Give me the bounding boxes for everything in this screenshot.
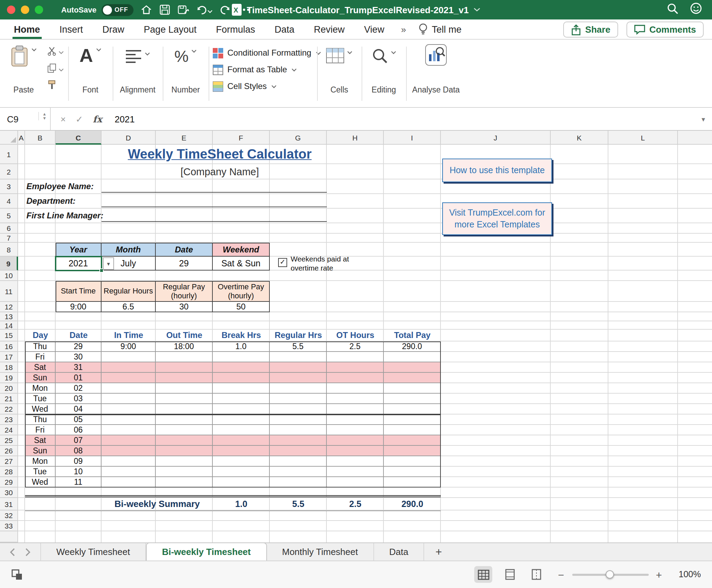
zoom-out-button[interactable]: − — [558, 569, 564, 581]
select-all-corner[interactable] — [0, 131, 18, 145]
row-header-9[interactable]: 9 — [0, 257, 18, 271]
column-header-K[interactable]: K — [551, 131, 608, 145]
zoom-in-button[interactable]: + — [656, 569, 662, 581]
timesheet-cell[interactable] — [156, 435, 213, 446]
save-as-icon[interactable] — [178, 2, 189, 17]
sheet-tab-data[interactable]: Data — [374, 543, 424, 561]
timesheet-cell[interactable]: 02 — [56, 383, 102, 394]
row-header-33[interactable]: 33 — [0, 521, 18, 531]
timesheet-cell[interactable] — [213, 383, 270, 394]
timesheet-cell[interactable] — [384, 404, 441, 414]
autosave-toggle[interactable]: OFF — [102, 4, 134, 16]
timesheet-cell[interactable] — [327, 414, 384, 425]
timesheet-cell[interactable] — [384, 456, 441, 467]
row-header-17[interactable]: 17 — [0, 352, 18, 362]
zoom-slider-thumb[interactable] — [606, 570, 614, 579]
pay-value-0[interactable]: 9:00 — [56, 302, 102, 312]
column-header-C[interactable]: C — [56, 131, 102, 145]
timesheet-cell[interactable] — [102, 352, 156, 362]
timesheet-cell[interactable] — [384, 373, 441, 383]
timesheet-cell[interactable] — [327, 467, 384, 477]
close-window-button[interactable] — [7, 6, 15, 14]
column-header-D[interactable]: D — [102, 131, 156, 145]
timesheet-cell[interactable] — [270, 477, 327, 488]
column-header-H[interactable]: H — [327, 131, 384, 145]
timesheet-cell[interactable] — [270, 414, 327, 425]
sheet-tab-monthly-timesheet[interactable]: Monthly Timesheet — [267, 543, 374, 561]
row-header-27[interactable]: 27 — [0, 456, 18, 467]
timesheet-cell[interactable] — [213, 477, 270, 488]
settings-value-3[interactable]: Sat & Sun — [213, 257, 270, 271]
row-header-15[interactable]: 15 — [0, 330, 18, 341]
timesheet-cell[interactable] — [384, 477, 441, 488]
settings-header-Date[interactable]: Date — [156, 243, 213, 257]
timesheet-header-date[interactable]: Date — [56, 330, 102, 341]
timesheet-cell[interactable] — [102, 362, 156, 373]
cut-button[interactable] — [47, 47, 64, 56]
settings-header-Year[interactable]: Year — [56, 243, 102, 257]
timesheet-cell[interactable] — [327, 383, 384, 394]
paste-button[interactable] — [6, 45, 42, 67]
timesheet-cell[interactable] — [384, 362, 441, 373]
timesheet-cell[interactable]: 01 — [56, 373, 102, 383]
pay-header-2[interactable]: Regular Pay (hourly) — [156, 281, 213, 302]
row-header-6[interactable]: 6 — [0, 223, 18, 234]
timesheet-cell[interactable] — [384, 446, 441, 456]
timesheet-cell[interactable]: 18:00 — [156, 341, 213, 352]
tab-page-layout[interactable]: Page Layout — [143, 19, 198, 39]
timesheet-cell[interactable] — [384, 383, 441, 394]
timesheet-header-in-time[interactable]: In Time — [102, 330, 156, 341]
column-header-E[interactable]: E — [156, 131, 213, 145]
insert-function-icon[interactable]: fx — [93, 114, 102, 124]
timesheet-cell[interactable] — [270, 373, 327, 383]
ribbon-overflow-chevron[interactable]: » — [401, 19, 406, 39]
timesheet-cell[interactable] — [213, 373, 270, 383]
timesheet-cell[interactable] — [327, 404, 384, 414]
timesheet-cell[interactable] — [327, 425, 384, 435]
row-header-21[interactable]: 21 — [0, 394, 18, 404]
worksheet-grid[interactable]: ABCDEFGHIJKL1234567891011121314151617181… — [0, 131, 712, 542]
row-header-31[interactable]: 31 — [0, 498, 18, 510]
timesheet-cell[interactable] — [213, 467, 270, 477]
tab-insert[interactable]: Insert — [58, 19, 84, 39]
column-header-J[interactable]: J — [441, 131, 551, 145]
conditional-formatting-button[interactable]: Conditional Formatting — [213, 47, 321, 59]
timesheet-cell[interactable]: 1.0 — [213, 341, 270, 352]
timesheet-cell[interactable]: Mon — [25, 456, 56, 467]
pay-value-2[interactable]: 30 — [156, 302, 213, 312]
timesheet-cell[interactable] — [156, 383, 213, 394]
timesheet-cell[interactable] — [270, 352, 327, 362]
timesheet-cell[interactable] — [213, 456, 270, 467]
row-header-partial[interactable] — [0, 531, 18, 542]
timesheet-cell[interactable]: 29 — [56, 341, 102, 352]
redo-icon[interactable] — [220, 2, 231, 17]
row-header-30[interactable]: 30 — [0, 488, 18, 498]
pay-header-3[interactable]: Overtime Pay (hourly) — [213, 281, 270, 302]
timesheet-cell[interactable] — [156, 362, 213, 373]
feedback-smiley-icon[interactable] — [690, 2, 702, 17]
timesheet-cell[interactable] — [327, 435, 384, 446]
timesheet-header-regular-hrs[interactable]: Regular Hrs — [270, 330, 327, 341]
timesheet-cell[interactable]: Wed — [25, 404, 56, 414]
timesheet-cell[interactable]: 06 — [56, 425, 102, 435]
year-dropdown-button[interactable]: ▼ — [103, 257, 114, 270]
row-header-8[interactable]: 8 — [0, 243, 18, 257]
trumpexcel-link-button[interactable]: Visit TrumpExcel.com for more Excel Temp… — [442, 202, 552, 235]
format-painter-button[interactable] — [47, 80, 56, 90]
overlapping-squares-icon[interactable] — [11, 569, 23, 581]
timesheet-header-ot-hours[interactable]: OT Hours — [327, 330, 384, 341]
document-title[interactable]: X TimeSheet-Calculator_TrumpExcelRevised… — [232, 3, 480, 16]
timesheet-cell[interactable]: Tue — [25, 394, 56, 404]
row-header-14[interactable]: 14 — [0, 321, 18, 330]
settings-header-Weekend[interactable]: Weekend — [213, 243, 270, 257]
timesheet-cell[interactable] — [213, 352, 270, 362]
timesheet-cell[interactable] — [270, 383, 327, 394]
timesheet-cell[interactable] — [102, 373, 156, 383]
timesheet-cell[interactable] — [102, 414, 156, 425]
formula-input[interactable]: 2021 — [115, 114, 135, 124]
timesheet-header-out-time[interactable]: Out Time — [156, 330, 213, 341]
row-header-4[interactable]: 4 — [0, 194, 18, 209]
timesheet-cell[interactable] — [270, 394, 327, 404]
row-header-5[interactable]: 5 — [0, 209, 18, 223]
timesheet-cell[interactable]: 9:00 — [102, 341, 156, 352]
